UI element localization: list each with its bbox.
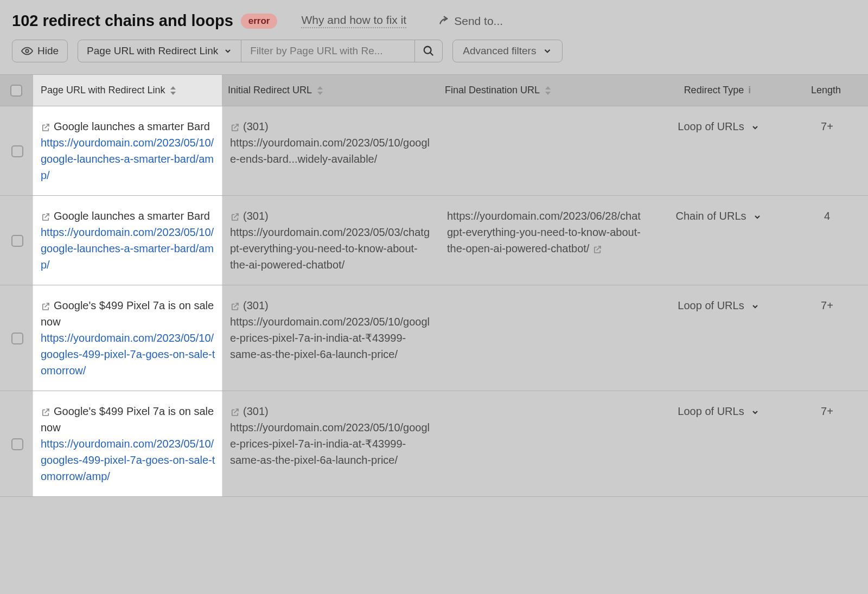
row-checkbox-cell: [0, 196, 33, 285]
external-link-icon[interactable]: [41, 297, 50, 314]
advanced-filters-button[interactable]: Advanced filters: [452, 40, 563, 62]
page-url-cell: Google launches a smarter Bardhttps://yo…: [33, 196, 222, 285]
external-link-icon[interactable]: [230, 118, 240, 135]
svg-marker-3: [170, 86, 176, 90]
final-url-cell: https://yourdomain.com/2023/06/28/chatgp…: [439, 196, 651, 285]
redirect-type-label: Loop of URLs: [678, 297, 744, 314]
svg-marker-4: [170, 92, 176, 95]
row-checkbox[interactable]: [11, 145, 23, 157]
length-cell: 7+: [784, 285, 868, 391]
info-icon[interactable]: i: [748, 85, 751, 96]
col-header-type[interactable]: Redirect Type i: [651, 75, 784, 106]
select-all-checkbox[interactable]: [10, 85, 22, 97]
error-badge: error: [241, 14, 278, 29]
final-url-cell: [439, 285, 651, 391]
redirect-type-label: Loop of URLs: [678, 118, 744, 135]
redirect-type-toggle[interactable]: Loop of URLs: [659, 118, 778, 135]
svg-marker-8: [545, 92, 551, 95]
eye-icon: [21, 45, 33, 57]
redirect-type-toggle[interactable]: Loop of URLs: [659, 297, 778, 314]
page-url-cell: Google's $499 Pixel 7a is on sale nowhtt…: [33, 391, 222, 496]
external-link-icon[interactable]: [230, 297, 240, 314]
initial-url-cell: (301) https://yourdomain.com/2023/05/10/…: [222, 285, 439, 391]
external-link-icon[interactable]: [592, 242, 602, 254]
page-title-text: Google's $499 Pixel 7a is on sale now: [41, 299, 214, 328]
col-header-final-label: Final Destination URL: [445, 85, 540, 96]
chevron-down-icon: [542, 46, 552, 56]
svg-point-1: [424, 47, 431, 54]
how-to-fix-link[interactable]: Why and how to fix it: [301, 14, 406, 28]
filter-column-label: Page URL with Redirect Link: [87, 45, 218, 57]
col-header-page-label: Page URL with Redirect Link: [41, 85, 165, 96]
col-header-length-label: Length: [811, 85, 841, 96]
page-url-link[interactable]: https://yourdomain.com/2023/05/10/google…: [41, 224, 216, 273]
redirect-type-label: Chain of URLs: [675, 208, 746, 224]
send-to-button[interactable]: Send to...: [437, 15, 503, 28]
filter-group: Page URL with Redirect Link: [78, 40, 443, 62]
final-url-cell: [439, 391, 651, 496]
svg-line-2: [430, 53, 433, 56]
row-checkbox[interactable]: [11, 235, 23, 247]
chevron-down-icon: [224, 47, 232, 55]
redirect-type-cell: Loop of URLs: [651, 391, 784, 496]
length-cell: 7+: [784, 106, 868, 195]
col-header-initial-label: Initial Redirect URL: [228, 85, 312, 96]
redirect-type-toggle[interactable]: Loop of URLs: [659, 403, 778, 419]
page-title-text: Google launches a smarter Bard: [54, 120, 210, 132]
chevron-down-icon: [751, 297, 760, 314]
svg-marker-6: [317, 92, 323, 95]
advanced-filters-label: Advanced filters: [463, 45, 536, 57]
page-url-link[interactable]: https://yourdomain.com/2023/05/10/google…: [41, 330, 216, 379]
sort-icon: [316, 86, 324, 95]
select-all-cell: [0, 75, 33, 106]
page-title-text: Google's $499 Pixel 7a is on sale now: [41, 405, 214, 433]
table-row: Google's $499 Pixel 7a is on sale nowhtt…: [0, 285, 868, 391]
sort-icon: [169, 86, 177, 95]
table-header-row: Page URL with Redirect Link Initial Redi…: [0, 74, 868, 106]
external-link-icon[interactable]: [230, 403, 240, 419]
row-checkbox[interactable]: [11, 333, 23, 344]
table-row: Google launches a smarter Bardhttps://yo…: [0, 106, 868, 196]
svg-point-0: [25, 49, 29, 53]
hide-button[interactable]: Hide: [12, 40, 68, 62]
page-url-link[interactable]: https://yourdomain.com/2023/05/10/google…: [41, 436, 216, 484]
col-header-length[interactable]: Length: [784, 75, 868, 106]
chevron-down-icon: [751, 118, 760, 135]
col-header-page[interactable]: Page URL with Redirect Link: [33, 75, 222, 106]
table-row: Google's $499 Pixel 7a is on sale nowhtt…: [0, 391, 868, 497]
svg-marker-7: [545, 86, 551, 90]
redirect-type-label: Loop of URLs: [678, 403, 744, 419]
row-checkbox-cell: [0, 106, 33, 195]
redirect-type-cell: Loop of URLs: [651, 285, 784, 391]
share-arrow-icon: [437, 15, 449, 27]
col-header-initial[interactable]: Initial Redirect URL: [222, 75, 439, 106]
hide-label: Hide: [37, 45, 59, 57]
redirect-type-cell: Loop of URLs: [651, 106, 784, 195]
col-header-final[interactable]: Final Destination URL: [439, 75, 651, 106]
page-url-cell: Google launches a smarter Bardhttps://yo…: [33, 106, 222, 195]
external-link-icon[interactable]: [41, 208, 50, 224]
external-link-icon[interactable]: [41, 118, 50, 135]
initial-url-text: (301) https://yourdomain.com/2023/05/10/…: [230, 405, 430, 466]
filter-search-button[interactable]: [415, 40, 442, 62]
external-link-icon[interactable]: [41, 403, 50, 419]
initial-url-cell: (301) https://yourdomain.com/2023/05/10/…: [222, 391, 439, 496]
initial-url-text: (301) https://yourdomain.com/2023/05/10/…: [230, 299, 430, 360]
initial-url-cell: (301) https://yourdomain.com/2023/05/10/…: [222, 106, 439, 195]
length-cell: 4: [784, 196, 868, 285]
table-row: Google launches a smarter Bardhttps://yo…: [0, 196, 868, 285]
col-header-type-label: Redirect Type: [684, 85, 744, 96]
filter-column-select[interactable]: Page URL with Redirect Link: [78, 40, 241, 62]
external-link-icon[interactable]: [230, 208, 240, 224]
chevron-down-icon: [753, 208, 762, 224]
results-table: Page URL with Redirect Link Initial Redi…: [0, 74, 868, 497]
initial-url-text: (301) https://yourdomain.com/2023/05/03/…: [230, 210, 430, 271]
chevron-down-icon: [751, 403, 760, 419]
row-checkbox-cell: [0, 285, 33, 391]
page-url-link[interactable]: https://yourdomain.com/2023/05/10/google…: [41, 135, 216, 183]
row-checkbox-cell: [0, 391, 33, 496]
redirect-type-toggle[interactable]: Chain of URLs: [659, 208, 778, 224]
final-url-cell: [439, 106, 651, 195]
filter-input[interactable]: [241, 40, 415, 62]
row-checkbox[interactable]: [11, 438, 23, 450]
